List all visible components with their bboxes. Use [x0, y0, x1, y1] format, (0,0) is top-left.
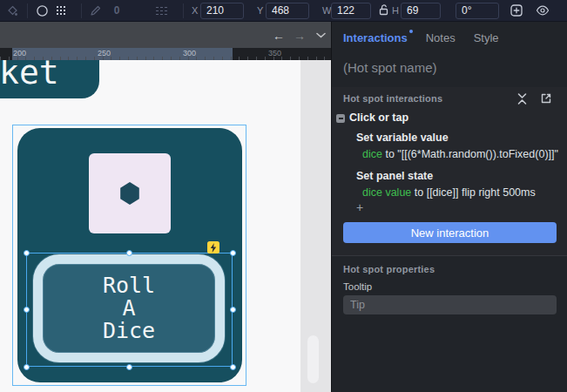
unlock-icon[interactable]	[376, 3, 390, 17]
action-title[interactable]: Set variable value	[356, 132, 449, 144]
tab-notes[interactable]: Notes	[426, 31, 456, 44]
tooltip-label: Tooltip	[343, 281, 372, 292]
canvas-header: ← →	[0, 22, 331, 48]
trigger-label: Click or tap	[349, 112, 408, 124]
y-field[interactable]	[266, 3, 309, 19]
rotation-field[interactable]	[456, 3, 499, 19]
open-overlay-icon[interactable]	[539, 91, 553, 105]
collapse-icon[interactable]	[515, 91, 529, 105]
ruler-label: 250	[98, 49, 111, 57]
properties-section-header: Hot spot properties	[343, 264, 435, 274]
tooltip-input[interactable]	[343, 295, 557, 314]
toolbar-divider	[27, 3, 28, 18]
ruler-label: 200	[13, 49, 26, 57]
forward-arrow-icon[interactable]: →	[293, 29, 307, 42]
resize-handle-ne[interactable]	[230, 250, 236, 256]
add-board-icon[interactable]	[510, 3, 523, 17]
inspector-panel: Interactions Notes Style Hot spot intera…	[331, 22, 567, 392]
w-field-label: W	[322, 5, 331, 16]
w-field[interactable]	[331, 3, 371, 19]
vertical-scrollbar-thumb[interactable]	[307, 335, 319, 383]
panel-divider	[332, 255, 567, 256]
resize-handle-nw[interactable]	[24, 250, 30, 256]
chevron-down-icon[interactable]	[314, 29, 327, 42]
resize-handle-n[interactable]	[126, 250, 132, 256]
cropped-shape-text: ket	[0, 60, 59, 91]
resize-handle-se[interactable]	[230, 364, 236, 370]
resize-handle-e[interactable]	[230, 307, 236, 313]
toolbar-divider	[81, 3, 82, 18]
resize-handle-w[interactable]	[24, 307, 30, 313]
action-code[interactable]: dice value to [[dice]] flip right 500ms	[362, 186, 536, 199]
tab-style[interactable]: Style	[474, 31, 499, 44]
y-field-label: Y	[257, 5, 263, 16]
eye-icon[interactable]	[536, 3, 550, 17]
dashed-lines-tool-icon[interactable]	[155, 3, 169, 17]
app-window: 0 X Y W H ← → 200	[0, 0, 567, 392]
horizontal-ruler: 200 250 300 350	[0, 48, 331, 60]
ruler-label: 300	[183, 49, 196, 57]
cropped-teal-shape[interactable]: ket	[0, 60, 99, 98]
toolbar-divider	[183, 3, 184, 18]
back-arrow-icon[interactable]: ←	[272, 29, 286, 42]
hotspot-name-input[interactable]	[343, 57, 557, 77]
resize-handle-s[interactable]	[126, 364, 132, 370]
x-field-label: X	[192, 5, 198, 16]
halftone-tool-icon[interactable]	[54, 3, 68, 17]
action-title[interactable]: Set panel state	[356, 170, 433, 182]
add-action-button[interactable]: +	[356, 200, 363, 214]
blob-tool-icon[interactable]	[35, 3, 49, 17]
new-interaction-button[interactable]: New interaction	[343, 222, 557, 243]
collapse-trigger-icon[interactable]	[336, 114, 345, 123]
interactions-section-header: Hot spot interactions	[343, 93, 442, 104]
design-canvas[interactable]: ket Roll A Dice	[0, 60, 331, 392]
zero-tool-icon[interactable]: 0	[110, 3, 124, 17]
ruler-label: 350	[268, 49, 281, 57]
action-code[interactable]: dice to "[[(6*Math.random()).toFixed(0)]…	[362, 148, 558, 160]
unsaved-dot	[409, 30, 413, 33]
top-toolbar: 0 X Y W H	[0, 0, 567, 22]
tab-interactions[interactable]: Interactions	[343, 31, 408, 44]
hotspot-selection-outline	[26, 253, 233, 367]
resize-handle-sw[interactable]	[24, 364, 30, 370]
panel-tabs: Interactions Notes Style	[343, 31, 499, 44]
h-field-label: H	[392, 5, 399, 16]
x-field[interactable]	[200, 3, 244, 19]
fill-tool-icon[interactable]	[5, 3, 19, 17]
canvas-scroll-gutter	[300, 60, 331, 392]
interaction-lightning-badge[interactable]	[207, 241, 219, 253]
h-field[interactable]	[401, 3, 441, 19]
pencil-tool-icon[interactable]	[88, 3, 102, 17]
